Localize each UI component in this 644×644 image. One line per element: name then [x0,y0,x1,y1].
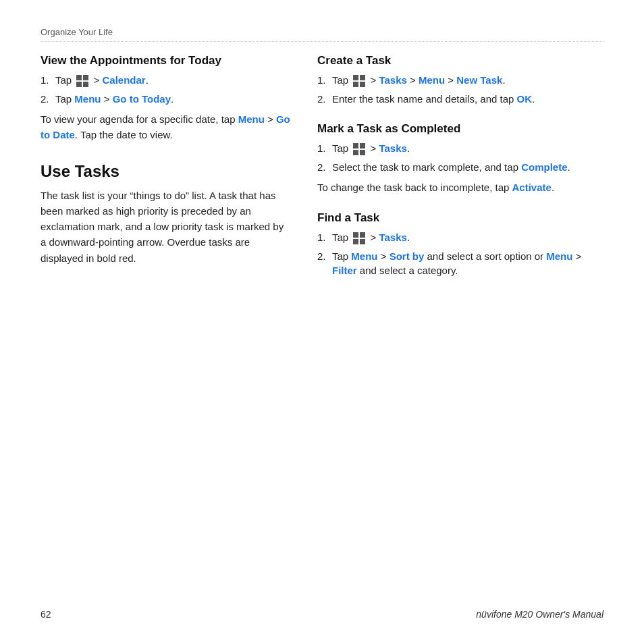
filter-link: Filter [332,265,357,276]
mark-task-steps: 1. Tap > Tasks. 2. Select the task to ma… [317,141,603,174]
app-icon-3 [352,142,366,156]
menu-link-2: Menu [238,113,265,125]
section-mark-task: Mark a Task as Completed 1. Tap > Tasks.… [317,122,603,195]
create-task-title: Create a Task [317,54,603,68]
sort-by-link: Sort by [390,250,425,262]
svg-rect-8 [353,143,358,149]
svg-rect-4 [353,75,358,80]
create-step-2-content: Enter the task name and details, and tap… [332,92,603,106]
svg-rect-9 [360,143,365,149]
page-footer: 62 nüvifone M20 Owner's Manual [41,609,603,620]
step-2: 2. Tap Menu > Go to Today. [41,92,290,106]
find-step-1-num: 1. [317,230,332,244]
svg-rect-5 [360,75,365,80]
find-task-steps: 1. Tap > Tasks. 2. Tap Menu > Sort by an… [317,230,603,277]
tasks-link-3: Tasks [379,232,406,243]
right-column: Create a Task 1. Tap > Tasks > Menu > Ne… [317,54,603,294]
create-task-steps: 1. Tap > Tasks > Menu > New Task. 2. Ent… [317,73,603,106]
menu-link-3: Menu [419,74,445,86]
find-step-1: 1. Tap > Tasks. [317,230,603,245]
menu-link-4: Menu [351,250,377,262]
section-view-appointments: View the Appointments for Today 1. Tap >… [41,54,290,143]
mark-step-1: 1. Tap > Tasks. [317,141,603,156]
go-to-today-link: Go to Today [113,93,171,105]
section-use-tasks: Use Tasks The task list is your “things … [41,162,290,266]
use-tasks-body: The task list is your “things to do” lis… [41,188,290,266]
footer-manual-title: nüvifone M20 Owner's Manual [476,609,603,620]
find-step-2-num: 2. [317,249,332,263]
svg-rect-1 [83,75,88,80]
mark-step-1-content: Tap > Tasks. [332,141,603,156]
content-area: View the Appointments for Today 1. Tap >… [41,54,603,294]
svg-rect-12 [353,232,358,238]
step-1-content: Tap > Calendar. [55,73,290,88]
find-step-1-content: Tap > Tasks. [332,230,603,245]
mark-task-note: To change the task back to incomplete, t… [317,180,603,195]
app-icon-4 [352,232,366,245]
view-appointments-steps: 1. Tap > Calendar. 2. Tap Menu > Go to T… [41,73,290,106]
appointments-note: To view your agenda for a specific date,… [41,111,290,143]
create-step-2-num: 2. [317,92,332,106]
tasks-link-2: Tasks [379,142,406,154]
complete-link: Complete [521,161,567,173]
top-label: Organize Your Life [41,27,603,42]
mark-task-title: Mark a Task as Completed [317,122,603,136]
mark-step-2-num: 2. [317,160,332,174]
step-1: 1. Tap > Calendar. [41,73,290,88]
find-step-2: 2. Tap Menu > Sort by and select a sort … [317,249,603,277]
svg-rect-3 [83,82,88,87]
step-2-num: 2. [41,92,55,106]
step-1-num: 1. [41,73,55,87]
mark-step-2: 2. Select the task to mark complete, and… [317,160,603,174]
ok-link: OK [517,93,533,105]
app-icon-2 [352,74,366,88]
top-label-text: Organize Your Life [41,27,113,37]
svg-rect-2 [76,82,82,87]
svg-rect-0 [76,75,82,80]
new-task-link: New Task [456,74,502,86]
step-2-content: Tap Menu > Go to Today. [55,92,290,106]
section-view-appointments-title: View the Appointments for Today [41,54,290,68]
section-create-task: Create a Task 1. Tap > Tasks > Menu > Ne… [317,54,603,106]
page: Organize Your Life View the Appointments… [0,0,644,644]
menu-link-1: Menu [74,93,101,105]
menu-link-5: Menu [546,250,572,262]
find-step-2-content: Tap Menu > Sort by and select a sort opt… [332,249,603,277]
create-step-2: 2. Enter the task name and details, and … [317,92,603,106]
mark-step-2-content: Select the task to mark complete, and ta… [332,160,603,174]
svg-rect-13 [360,232,365,238]
svg-rect-15 [360,239,365,244]
left-column: View the Appointments for Today 1. Tap >… [41,54,290,294]
create-step-1: 1. Tap > Tasks > Menu > New Task. [317,73,603,88]
svg-rect-6 [353,82,358,87]
find-task-title: Find a Task [317,211,603,225]
mark-step-1-num: 1. [317,141,332,155]
svg-rect-10 [353,150,358,155]
svg-rect-7 [360,82,365,87]
app-icon-1 [76,74,89,88]
section-find-task: Find a Task 1. Tap > Tasks. 2. Tap Menu … [317,211,603,277]
activate-link: Activate [512,182,552,193]
calendar-link: Calendar [102,74,145,86]
create-step-1-content: Tap > Tasks > Menu > New Task. [332,73,603,88]
footer-page-number: 62 [41,609,51,620]
svg-rect-14 [353,239,358,244]
create-step-1-num: 1. [317,73,332,87]
svg-rect-11 [360,150,365,155]
use-tasks-title: Use Tasks [41,162,290,181]
tasks-link-1: Tasks [379,74,406,86]
